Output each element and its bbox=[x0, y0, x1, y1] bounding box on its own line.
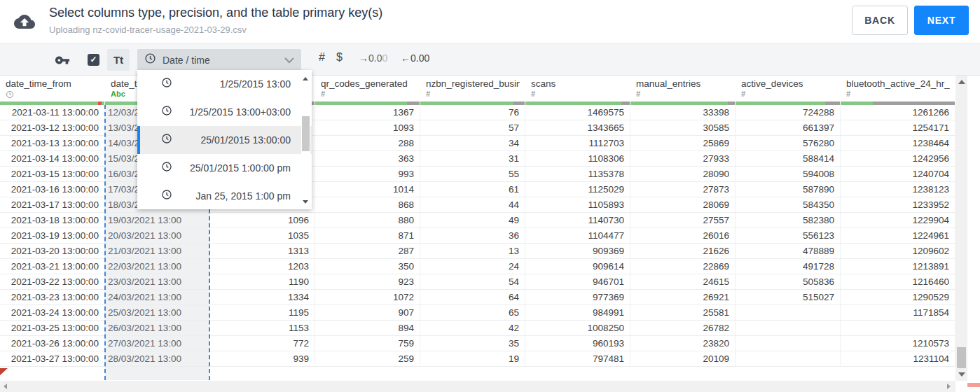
vertical-scrollbar[interactable] bbox=[955, 76, 967, 381]
table-cell[interactable] bbox=[736, 321, 841, 335]
horizontal-scrollbar[interactable] bbox=[0, 381, 955, 392]
datetime-format-option[interactable]: Jan 25, 2015 1:00 pm bbox=[137, 182, 312, 210]
table-cell[interactable]: 259 bbox=[315, 351, 420, 366]
table-cell[interactable]: 2021-03-23 13:00:00 bbox=[0, 290, 105, 304]
vertical-scrollbar-thumb[interactable] bbox=[957, 347, 966, 368]
table-cell[interactable]: 1229904 bbox=[841, 213, 955, 227]
table-cell[interactable]: 21626 bbox=[630, 244, 736, 258]
table-cell[interactable]: 2021-03-25 13:00:00 bbox=[0, 321, 105, 335]
table-cell[interactable]: 1469575 bbox=[525, 105, 630, 120]
primary-key-icon[interactable] bbox=[55, 52, 70, 71]
table-cell[interactable]: 1190 bbox=[210, 274, 315, 289]
increase-decimal-button[interactable]: →0.00 bbox=[359, 52, 387, 64]
table-cell[interactable]: 76 bbox=[420, 105, 525, 120]
table-cell[interactable]: 363 bbox=[315, 151, 420, 166]
table-cell[interactable]: 2021-03-22 13:00:00 bbox=[0, 274, 105, 289]
table-cell[interactable]: 19/03/2021 13:00 bbox=[105, 213, 210, 227]
table-cell[interactable]: 939 bbox=[210, 351, 315, 366]
table-cell[interactable]: 28069 bbox=[630, 197, 736, 212]
table-cell[interactable]: 1242956 bbox=[841, 151, 955, 166]
table-cell[interactable]: 24/03/2021 13:00 bbox=[105, 290, 210, 304]
table-cell[interactable]: 27557 bbox=[630, 213, 736, 227]
table-cell[interactable]: 25581 bbox=[630, 305, 736, 320]
datetime-format-option[interactable]: 1/25/2015 13:00 bbox=[137, 70, 312, 98]
table-cell[interactable]: 1008250 bbox=[525, 321, 630, 335]
dropdown-scrollbar-thumb[interactable] bbox=[302, 116, 310, 151]
back-button[interactable]: BACK bbox=[852, 6, 908, 35]
scroll-up-icon[interactable] bbox=[303, 77, 308, 80]
table-cell[interactable]: 64 bbox=[420, 290, 525, 304]
table-cell[interactable]: 1231104 bbox=[841, 351, 955, 366]
table-cell[interactable]: 772 bbox=[210, 336, 315, 351]
table-cell[interactable]: 49 bbox=[420, 213, 525, 227]
decrease-decimal-button[interactable]: ←0.00 bbox=[401, 52, 429, 64]
table-cell[interactable]: 1209602 bbox=[841, 244, 955, 258]
next-button[interactable]: NEXT bbox=[914, 6, 969, 35]
table-cell[interactable]: 25869 bbox=[630, 136, 736, 150]
table-cell[interactable]: 24 bbox=[420, 259, 525, 274]
table-cell[interactable]: 946701 bbox=[525, 274, 630, 289]
table-cell[interactable]: 960193 bbox=[525, 336, 630, 351]
table-cell[interactable]: 36 bbox=[420, 228, 525, 243]
boolean-type-checkbox[interactable]: ✓ bbox=[88, 54, 99, 66]
table-cell[interactable]: 491728 bbox=[736, 259, 841, 274]
table-cell[interactable]: 27/03/2021 13:00 bbox=[105, 336, 210, 351]
table-cell[interactable]: 759 bbox=[315, 336, 420, 351]
table-cell[interactable]: 28/03/2021 13:00 bbox=[105, 351, 210, 366]
table-cell[interactable]: 42 bbox=[420, 321, 525, 335]
table-cell[interactable]: 909369 bbox=[525, 244, 630, 258]
table-cell[interactable]: 1290529 bbox=[841, 290, 955, 304]
table-cell[interactable]: 2021-03-21 13:00:00 bbox=[0, 259, 105, 274]
table-cell[interactable]: 1035 bbox=[210, 228, 315, 243]
column-header[interactable]: bluetooth_active_24_hr_# bbox=[841, 76, 955, 102]
column-header[interactable]: qr_codes_generated# bbox=[315, 76, 420, 102]
scroll-left-icon[interactable] bbox=[4, 384, 7, 389]
table-cell[interactable]: 24615 bbox=[630, 274, 736, 289]
table-cell[interactable]: 909614 bbox=[525, 259, 630, 274]
table-cell[interactable]: 576280 bbox=[736, 136, 841, 150]
table-cell[interactable]: 993 bbox=[315, 167, 420, 181]
table-cell[interactable]: 21/03/2021 13:00 bbox=[105, 244, 210, 258]
column-header[interactable]: active_devices# bbox=[736, 76, 841, 102]
table-cell[interactable]: 26921 bbox=[630, 290, 736, 304]
table-cell[interactable]: 724288 bbox=[736, 105, 841, 120]
table-cell[interactable]: 2021-03-16 13:00:00 bbox=[0, 182, 105, 197]
table-cell[interactable]: 1195 bbox=[210, 305, 315, 320]
table-cell[interactable]: 2021-03-19 13:00:00 bbox=[0, 228, 105, 243]
table-cell[interactable]: 1140730 bbox=[525, 213, 630, 227]
table-cell[interactable]: 1105893 bbox=[525, 197, 630, 212]
table-cell[interactable]: 907 bbox=[315, 305, 420, 320]
datetime-format-select[interactable]: Date / time bbox=[137, 49, 301, 71]
table-cell[interactable]: 25/03/2021 13:00 bbox=[105, 305, 210, 320]
table-cell[interactable]: 26782 bbox=[630, 321, 736, 335]
table-cell[interactable]: 894 bbox=[315, 321, 420, 335]
text-type-button[interactable]: Tt bbox=[107, 49, 130, 71]
table-cell[interactable] bbox=[736, 305, 841, 320]
scroll-down-icon[interactable] bbox=[958, 372, 965, 377]
table-cell[interactable]: 65 bbox=[420, 305, 525, 320]
table-cell[interactable]: 1171854 bbox=[841, 305, 955, 320]
table-cell[interactable]: 2021-03-12 13:00:00 bbox=[0, 120, 105, 135]
table-cell[interactable]: 22869 bbox=[630, 259, 736, 274]
table-cell[interactable]: 31 bbox=[420, 151, 525, 166]
table-cell[interactable]: 23820 bbox=[630, 336, 736, 351]
column-header[interactable]: date_time_from bbox=[0, 76, 105, 102]
table-cell[interactable]: 984991 bbox=[525, 305, 630, 320]
table-cell[interactable]: 1334 bbox=[210, 290, 315, 304]
table-cell[interactable]: 2021-03-18 13:00:00 bbox=[0, 213, 105, 227]
table-cell[interactable]: 1213891 bbox=[841, 259, 955, 274]
column-header[interactable]: manual_entries# bbox=[630, 76, 736, 102]
table-cell[interactable]: 1313 bbox=[210, 244, 315, 258]
table-cell[interactable]: 1238123 bbox=[841, 182, 955, 197]
table-cell[interactable]: 34 bbox=[420, 136, 525, 150]
scroll-up-icon[interactable] bbox=[958, 80, 965, 84]
table-cell[interactable]: 19 bbox=[420, 351, 525, 366]
table-cell[interactable]: 44 bbox=[420, 197, 525, 212]
table-cell[interactable]: 582380 bbox=[736, 213, 841, 227]
datetime-format-option[interactable]: 25/01/2015 1:00:00 pm bbox=[137, 154, 312, 182]
table-cell[interactable]: 1238464 bbox=[841, 136, 955, 150]
dropdown-scrollbar[interactable] bbox=[301, 71, 310, 208]
table-cell[interactable]: 61 bbox=[420, 182, 525, 197]
table-cell[interactable]: 1108306 bbox=[525, 151, 630, 166]
table-cell[interactable]: 287 bbox=[315, 244, 420, 258]
